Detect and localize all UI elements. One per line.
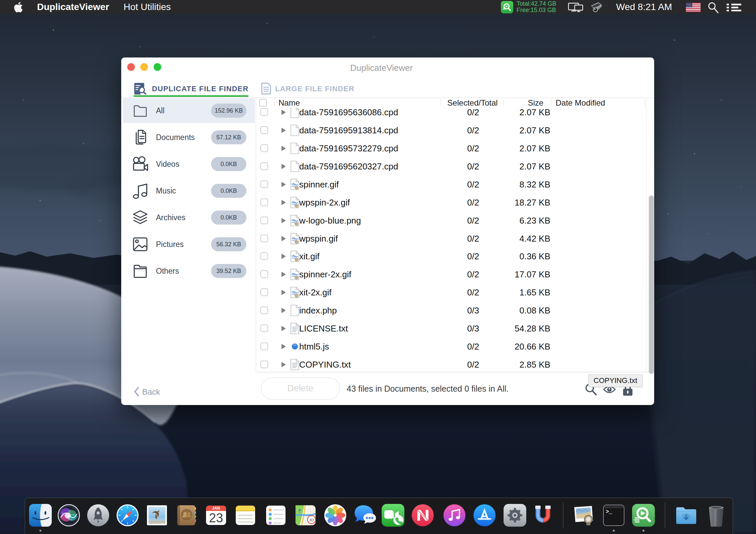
svg-text:3D: 3D [309, 518, 314, 522]
svg-text:>_: >_ [606, 509, 612, 515]
svg-text:23: 23 [209, 511, 223, 525]
svg-text:JAN: JAN [212, 506, 220, 511]
